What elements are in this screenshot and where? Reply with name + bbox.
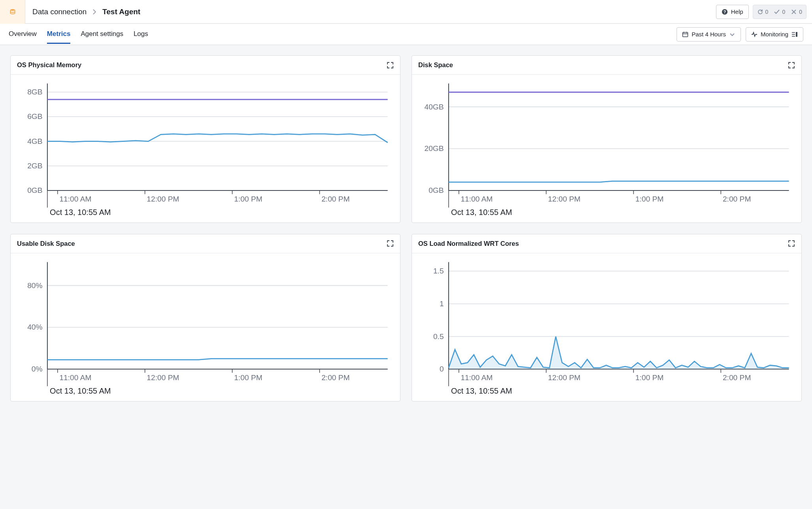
svg-text:1:00 PM: 1:00 PM: [234, 195, 263, 203]
svg-text:8GB: 8GB: [27, 88, 42, 96]
refresh-icon: [757, 9, 763, 15]
svg-text:1.5: 1.5: [433, 267, 444, 275]
status-running[interactable]: 0: [757, 9, 769, 15]
database-icon: [9, 9, 16, 15]
expand-button[interactable]: [387, 62, 394, 69]
status-failed[interactable]: 0: [791, 9, 802, 15]
card-os-physical-memory: OS Physical Memory 0GB2GB4GB6GB8GB11:00 …: [10, 55, 400, 223]
calendar-icon: [682, 31, 688, 38]
svg-text:6GB: 6GB: [27, 112, 42, 121]
svg-text:2GB: 2GB: [27, 162, 42, 170]
svg-text:Oct 13, 10:55 AM: Oct 13, 10:55 AM: [451, 208, 512, 217]
panel-toggle-icon: [791, 31, 798, 38]
card-title: Usable Disk Space: [17, 240, 75, 247]
svg-text:2:00 PM: 2:00 PM: [723, 195, 751, 203]
chart-os-load: 00.511.511:00 AM12:00 PM1:00 PM2:00 PMOc…: [412, 253, 801, 401]
svg-text:1:00 PM: 1:00 PM: [234, 373, 263, 382]
metrics-grid: OS Physical Memory 0GB2GB4GB6GB8GB11:00 …: [0, 45, 812, 412]
monitoring-label: Monitoring: [761, 31, 788, 38]
svg-text:2:00 PM: 2:00 PM: [321, 373, 350, 382]
svg-text:?: ?: [723, 9, 726, 14]
svg-text:1:00 PM: 1:00 PM: [635, 195, 664, 203]
tab-logs[interactable]: Logs: [133, 25, 148, 44]
svg-rect-4: [792, 32, 795, 33]
chevron-right-icon: [91, 9, 98, 15]
expand-button[interactable]: [387, 240, 394, 247]
svg-rect-6: [792, 36, 795, 36]
help-icon: ?: [722, 9, 728, 15]
close-icon: [791, 9, 797, 15]
svg-text:12:00 PM: 12:00 PM: [147, 195, 179, 203]
svg-text:Oct 13, 10:55 AM: Oct 13, 10:55 AM: [451, 386, 512, 395]
svg-text:0: 0: [440, 365, 444, 373]
tab-agent-settings[interactable]: Agent settings: [81, 25, 123, 44]
svg-text:12:00 PM: 12:00 PM: [147, 373, 179, 382]
svg-text:20GB: 20GB: [424, 144, 444, 153]
svg-text:80%: 80%: [27, 281, 42, 289]
chevron-down-icon: [729, 31, 735, 38]
svg-rect-7: [796, 32, 797, 37]
svg-text:12:00 PM: 12:00 PM: [548, 195, 581, 203]
card-disk-space: Disk Space 0GB20GB40GB11:00 AM12:00 PM1:…: [412, 55, 802, 223]
svg-text:Oct 13, 10:55 AM: Oct 13, 10:55 AM: [50, 386, 111, 395]
expand-button[interactable]: [788, 62, 795, 69]
svg-text:1: 1: [440, 300, 444, 308]
status-done[interactable]: 0: [774, 9, 785, 15]
svg-point-0: [10, 9, 15, 11]
status-running-count: 0: [765, 9, 769, 15]
svg-rect-3: [683, 32, 688, 37]
svg-text:0GB: 0GB: [27, 186, 42, 194]
time-range-picker[interactable]: Past 4 Hours: [677, 27, 741, 41]
svg-text:11:00 AM: 11:00 AM: [59, 373, 91, 382]
header-bar: Data connection Test Agent ? Help 0: [0, 0, 812, 24]
svg-text:2:00 PM: 2:00 PM: [321, 195, 350, 203]
help-button[interactable]: ? Help: [716, 5, 749, 19]
tabs: Overview Metrics Agent settings Logs: [9, 25, 148, 44]
card-title: OS Physical Memory: [17, 61, 81, 69]
card-title: Disk Space: [418, 61, 453, 69]
expand-button[interactable]: [788, 240, 795, 247]
header-actions: ? Help 0 0 0: [716, 5, 812, 19]
breadcrumb-parent[interactable]: Data connection: [32, 8, 86, 16]
svg-text:11:00 AM: 11:00 AM: [461, 373, 492, 382]
breadcrumb: Data connection Test Agent: [25, 8, 140, 16]
card-os-load: OS Load Normalized WRT Cores 00.511.511:…: [412, 234, 802, 402]
svg-text:40%: 40%: [27, 323, 42, 331]
chart-usable-disk-space: 0%40%80%11:00 AM12:00 PM1:00 PM2:00 PMOc…: [11, 253, 400, 401]
status-done-count: 0: [782, 9, 785, 15]
svg-text:1:00 PM: 1:00 PM: [635, 373, 664, 382]
card-title: OS Load Normalized WRT Cores: [418, 240, 519, 247]
svg-text:0%: 0%: [32, 365, 43, 373]
check-icon: [774, 9, 780, 15]
svg-text:11:00 AM: 11:00 AM: [59, 195, 91, 203]
svg-text:0GB: 0GB: [429, 186, 444, 194]
app-icon-wrap: [0, 0, 25, 24]
tab-metrics[interactable]: Metrics: [47, 25, 71, 44]
time-range-label: Past 4 Hours: [692, 31, 726, 38]
subheader: Overview Metrics Agent settings Logs Pas…: [0, 24, 812, 45]
activity-icon: [751, 31, 757, 38]
svg-text:Oct 13, 10:55 AM: Oct 13, 10:55 AM: [50, 208, 111, 217]
status-failed-count: 0: [799, 9, 802, 15]
svg-text:12:00 PM: 12:00 PM: [548, 373, 581, 382]
svg-text:11:00 AM: 11:00 AM: [461, 195, 492, 203]
svg-text:40GB: 40GB: [424, 103, 444, 111]
chart-disk-space: 0GB20GB40GB11:00 AM12:00 PM1:00 PM2:00 P…: [412, 75, 801, 222]
svg-rect-5: [792, 34, 795, 35]
chart-os-physical-memory: 0GB2GB4GB6GB8GB11:00 AM12:00 PM1:00 PM2:…: [11, 75, 400, 222]
breadcrumb-current: Test Agent: [102, 8, 140, 16]
status-pill: 0 0 0: [753, 5, 806, 19]
svg-text:2:00 PM: 2:00 PM: [723, 373, 751, 382]
tab-overview[interactable]: Overview: [9, 25, 37, 44]
help-label: Help: [731, 8, 743, 15]
card-usable-disk-space: Usable Disk Space 0%40%80%11:00 AM12:00 …: [10, 234, 400, 402]
svg-text:0.5: 0.5: [433, 332, 444, 340]
monitoring-button[interactable]: Monitoring: [746, 27, 803, 41]
svg-text:4GB: 4GB: [27, 137, 42, 145]
